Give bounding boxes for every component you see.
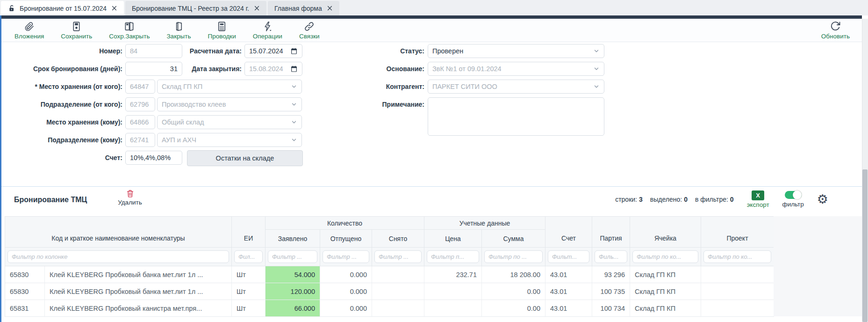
close-icon[interactable] [327,5,333,11]
filter-input-nomenclature[interactable] [7,250,229,263]
stock-balance-button[interactable]: Остатки на складе [187,150,303,166]
reserve-days-input[interactable] [125,62,182,76]
cell-name[interactable]: Клей KLEYBERG Пробковый банка мет.лит 1л… [45,283,232,300]
cell-cell[interactable]: Склад ГП КП [630,266,701,283]
filter-toggle-control[interactable]: фильтр [782,191,804,208]
cell-unit[interactable]: Шт [232,266,265,283]
cell-sum[interactable]: 0.00 [482,300,545,317]
basis-select[interactable]: ЗвК №1 от 09.01.2024 [428,62,604,76]
cell-code[interactable]: 65830 [5,283,45,300]
division-from-select[interactable]: Производство клеев [157,97,302,111]
close-icon[interactable] [111,5,117,11]
cell-account[interactable]: 43.01 [545,300,592,317]
cell-name[interactable]: Клей KLEYBERG Пробковый банка мет.лит 1л… [45,266,232,283]
cell-released[interactable]: 0.000 [320,266,372,283]
filter-input-cell[interactable] [632,250,698,263]
filter-input-sum[interactable] [484,250,543,263]
cell-code[interactable]: 65830 [5,266,45,283]
chevron-down-icon[interactable] [593,66,600,72]
cell-batch[interactable]: 93 296 [592,266,630,283]
cell-cell[interactable]: Склад ГП КП [630,300,701,317]
storage-from-select[interactable]: Склад ГП КП [157,80,302,94]
number-input[interactable] [125,44,182,58]
calendar-icon[interactable] [290,47,298,55]
filter-input-removed[interactable] [374,250,422,263]
cell-sum[interactable]: 18 208.00 [482,266,545,283]
links-button[interactable]: Связки [299,21,320,40]
calendar-icon[interactable] [290,65,298,73]
counterparty-select[interactable]: ПАРКЕТ СИТИ ООО [428,80,604,94]
cell-batch[interactable]: 100 735 [592,283,630,300]
division-to-code[interactable] [125,133,155,147]
cell-project[interactable] [701,300,774,317]
filter-input-batch[interactable] [595,250,627,263]
filter-input-requested[interactable] [268,250,317,263]
cell-unit[interactable]: Шт [232,283,265,300]
scrollbar-thumb[interactable] [862,169,868,322]
filter-toggle[interactable] [785,191,802,199]
col-header-released[interactable]: Отпущено [320,230,372,248]
postings-button[interactable]: Проводки [208,21,236,40]
cell-account[interactable]: 43.01 [545,283,592,300]
chevron-down-icon[interactable] [291,101,297,108]
storage-to-select[interactable]: Общий склад [157,115,302,129]
chevron-down-icon[interactable] [593,83,600,90]
cell-project[interactable] [701,266,774,283]
cell-removed[interactable] [372,266,424,283]
chevron-down-icon[interactable] [291,137,297,143]
storage-from-code[interactable] [125,80,155,94]
col-header-sum[interactable]: Сумма [482,230,545,248]
cell-cell[interactable]: Склад ГП КП [630,283,701,300]
cell-price[interactable] [424,300,482,317]
cell-name[interactable]: Клей KLEYBERG Пробковый канистра мет.пря… [45,300,232,317]
filter-input-account[interactable] [548,250,589,263]
account-input[interactable] [125,151,182,165]
cell-code[interactable]: 65831 [5,300,45,317]
col-header-unit[interactable]: ЕИ [232,217,265,248]
chevron-down-icon[interactable] [291,83,297,90]
close-icon[interactable] [254,5,260,11]
cell-released[interactable]: 0.000 [320,283,372,300]
col-header-cell[interactable]: Ячейка [630,217,701,248]
cell-sum[interactable]: 0.00 [482,283,545,300]
cell-unit[interactable]: Шт [232,300,265,317]
cell-project[interactable] [701,283,774,300]
cell-released[interactable]: 0.000 [320,300,372,317]
refresh-button[interactable]: Обновить [821,21,850,40]
chevron-down-icon[interactable] [291,119,297,125]
tab-registry[interactable]: Бронирование ТМЦ - Реестр за 2024 г. [125,1,266,15]
export-excel-button[interactable]: X экспорт [747,190,769,208]
delete-row-button[interactable]: Удалить [111,189,149,206]
cell-requested[interactable]: 54.000 [265,266,320,283]
cell-removed[interactable] [372,300,424,317]
calc-date-input[interactable]: 15.07.2024 [244,44,302,58]
chevron-down-icon[interactable] [593,48,600,54]
cell-removed[interactable] [372,283,424,300]
filter-input-unit[interactable] [234,250,263,263]
cell-price[interactable]: 232.71 [424,266,482,283]
save-close-button[interactable]: Сохр.Закрыть [109,21,150,40]
col-header-project[interactable]: Проект [701,217,774,248]
attachments-button[interactable]: Вложения [14,21,44,40]
division-to-select[interactable]: АУП и АХЧ [157,133,302,147]
col-header-account[interactable]: Счет [545,217,592,248]
cell-requested[interactable]: 66.000 [265,300,320,317]
close-document-button[interactable]: Закрыть [166,21,191,40]
gear-icon[interactable]: ⚙ [817,193,828,206]
col-header-batch[interactable]: Партия [592,217,630,248]
save-button[interactable]: Сохранить [61,21,92,40]
tab-document[interactable]: Бронирование от 15.07.2024 [1,1,124,15]
col-header-removed[interactable]: Снято [372,230,424,248]
operations-button[interactable]: Операции [253,21,282,40]
col-header-nomenclature[interactable]: Код и краткое наименование номенклатуры [5,217,232,248]
storage-to-code[interactable] [125,115,155,129]
col-header-requested[interactable]: Заявлено [265,230,320,248]
filter-input-price[interactable] [427,250,479,263]
cell-batch[interactable]: 100 734 [592,300,630,317]
cell-price[interactable] [424,283,482,300]
note-textarea[interactable] [428,97,604,136]
close-date-input[interactable]: 15.08.2024 [244,62,302,76]
tab-main-form[interactable]: Главная форма [268,1,339,15]
cell-requested[interactable]: 120.000 [265,283,320,300]
status-select[interactable]: Проверен [428,44,604,58]
